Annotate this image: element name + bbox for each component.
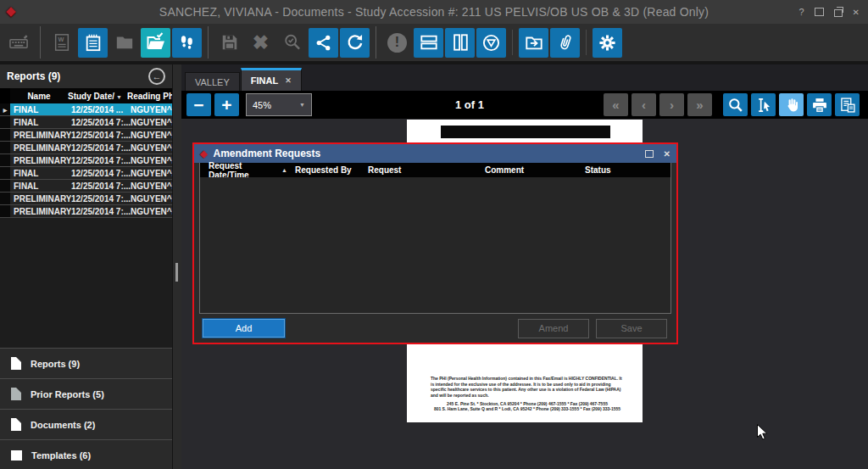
notepad-icon[interactable]: [78, 28, 108, 58]
report-row[interactable]: PRELIMINARY 12/25/2014 7:... NGUYEN^P...: [0, 205, 172, 218]
pan-hand-tool-button[interactable]: [779, 93, 804, 116]
report-physician: NGUYEN^P...: [131, 118, 172, 127]
report-status: PRELIMINARY: [10, 131, 71, 140]
column-status[interactable]: Status: [585, 165, 670, 175]
dialog-title: Amendment Requests: [213, 148, 320, 159]
report-status: PRELIMINARY: [10, 207, 71, 216]
report-study-date: 12/25/2014 7:...: [71, 143, 131, 153]
column-header-study-date[interactable]: Study Date/▼: [68, 92, 127, 101]
report-row[interactable]: PRELIMINARY 12/25/2014 7:... NGUYEN^P...: [0, 193, 172, 205]
column-comment[interactable]: Comment: [485, 165, 585, 175]
zoom-in-button[interactable]: +: [214, 93, 239, 116]
close-tab-icon[interactable]: ✕: [285, 76, 292, 85]
tab-valley[interactable]: VALLEY: [185, 72, 240, 91]
settings-gear-icon[interactable]: [593, 28, 622, 58]
snap-window-icon[interactable]: [815, 8, 824, 16]
report-status: PRELIMINARY: [10, 194, 71, 204]
layout-vertical-icon[interactable]: [445, 28, 475, 58]
report-row[interactable]: FINAL 12/25/2014 7:... NGUYEN^P...: [0, 116, 172, 129]
alert-icon[interactable]: !: [382, 28, 412, 58]
report-study-date: 12/25/2014 7:...: [71, 131, 131, 140]
sidebar-item-documents[interactable]: Documents (2): [0, 409, 172, 439]
amendment-table-header: Request Date/Time ▲ Requested By Request…: [200, 163, 670, 177]
help-button[interactable]: ?: [798, 7, 804, 17]
zoom-out-button[interactable]: −: [186, 93, 211, 116]
add-button[interactable]: Add: [202, 318, 286, 338]
sidebar-header: Reports (9) ←: [0, 64, 172, 88]
dialog-close-icon[interactable]: ✕: [664, 149, 670, 159]
toolbar-separator: [512, 30, 513, 55]
paperclip-icon[interactable]: [550, 28, 580, 58]
text-select-tool-button[interactable]: [751, 93, 776, 116]
amendment-table-body: [200, 177, 670, 313]
template-icon: [11, 450, 22, 461]
folder-export-icon[interactable]: [519, 28, 548, 58]
report-physician: NGUYEN^P...: [131, 131, 172, 140]
next-page-button[interactable]: ›: [659, 93, 684, 116]
word-document-icon[interactable]: W: [47, 28, 76, 58]
zoom-tool-button[interactable]: [723, 93, 748, 116]
splitter-handle[interactable]: [175, 263, 178, 282]
report-row[interactable]: PRELIMINARY 12/25/2014 7:... NGUYEN^P...: [0, 154, 172, 167]
share-icon[interactable]: [309, 28, 338, 58]
dialog-footer: Add Amend Save: [194, 314, 676, 343]
row-selector: [0, 129, 10, 141]
viewer-tab-strip: VALLEY FINAL ✕: [181, 64, 868, 91]
tab-final[interactable]: FINAL ✕: [241, 68, 302, 91]
column-header-name[interactable]: Name: [10, 92, 68, 101]
last-page-button[interactable]: »: [687, 93, 712, 116]
document-canvas: The PHI (Personal Health Information) co…: [181, 119, 868, 469]
keyboard-icon[interactable]: [4, 28, 34, 58]
report-row[interactable]: ▶ FINAL 12/25/2014 ... NGUYEN^P...: [0, 103, 172, 116]
report-study-date: 12/25/2014 7:...: [71, 194, 131, 204]
sort-descending-icon: ▼: [116, 94, 122, 100]
sidebar-item-prior-reports[interactable]: Prior Reports (5): [0, 378, 172, 409]
report-study-date: 12/25/2014 ...: [71, 105, 131, 114]
page-footer-text: The PHI (Personal Health Information) co…: [431, 376, 624, 411]
print-button[interactable]: [807, 93, 832, 116]
title-bar: ◆ SANCHEZ, VIVIANA - Documents - Study A…: [0, 0, 868, 24]
zoom-level-dropdown[interactable]: 45% ▼: [246, 93, 312, 116]
dialog-maximize-icon[interactable]: [645, 150, 654, 158]
report-row[interactable]: FINAL 12/25/2014 7:... NGUYEN^P...: [0, 180, 172, 193]
window-title: SANCHEZ, VIVIANA - Documents - Study Acc…: [0, 5, 868, 19]
report-preview-button[interactable]: [835, 93, 860, 116]
first-page-button[interactable]: «: [604, 93, 628, 116]
verify-icon[interactable]: [277, 28, 307, 58]
refresh-icon[interactable]: [340, 28, 370, 58]
amend-button[interactable]: Amend: [518, 319, 589, 338]
app-logo-gem-icon: ◆: [6, 4, 16, 17]
row-selector: [0, 142, 10, 154]
reports-table-body: ▶ FINAL 12/25/2014 ... NGUYEN^P... FINAL…: [0, 103, 172, 218]
column-request[interactable]: Request: [368, 165, 485, 175]
report-study-date: 12/25/2014 7:...: [71, 169, 131, 178]
close-window-button[interactable]: ✕: [853, 8, 860, 17]
stop-circle-icon[interactable]: [476, 28, 506, 58]
column-requested-by[interactable]: Requested By: [295, 165, 368, 175]
report-status: FINAL: [10, 181, 71, 191]
sidebar-title: Reports (9): [7, 70, 60, 82]
footprints-icon[interactable]: [172, 28, 202, 58]
prior-report-doc-icon: [11, 388, 21, 400]
previous-page-button[interactable]: ‹: [632, 93, 656, 116]
report-row[interactable]: PRELIMINARY 12/25/2014 7:... NGUYEN^P...: [0, 129, 172, 142]
restore-window-icon[interactable]: [834, 9, 843, 17]
column-header-reading-physician[interactable]: Reading Physic: [127, 92, 172, 101]
report-status: FINAL: [10, 105, 71, 114]
collapse-sidebar-button[interactable]: ←: [148, 68, 165, 85]
delete-x-icon[interactable]: ✖: [246, 28, 275, 58]
save-button[interactable]: Save: [596, 319, 667, 338]
folder-open-check-icon[interactable]: [141, 28, 170, 58]
report-row[interactable]: PRELIMINARY 12/25/2014 7:... NGUYEN^P...: [0, 142, 172, 154]
reports-sidebar: Reports (9) ← Name Study Date/▼ Reading …: [0, 64, 172, 469]
reports-table-header: Name Study Date/▼ Reading Physic: [0, 88, 172, 103]
sidebar-item-reports[interactable]: Reports (9): [0, 348, 172, 378]
report-study-date: 12/25/2014 7:...: [71, 118, 131, 127]
folder-icon[interactable]: [109, 28, 139, 58]
report-row[interactable]: FINAL 12/25/2014 7:... NGUYEN^P...: [0, 167, 172, 180]
save-icon[interactable]: [214, 28, 244, 58]
toolbar-separator: [586, 30, 587, 55]
layout-horizontal-icon[interactable]: [414, 28, 443, 58]
report-physician: NGUYEN^P...: [131, 194, 172, 204]
sidebar-item-templates[interactable]: Templates (6): [0, 439, 172, 469]
